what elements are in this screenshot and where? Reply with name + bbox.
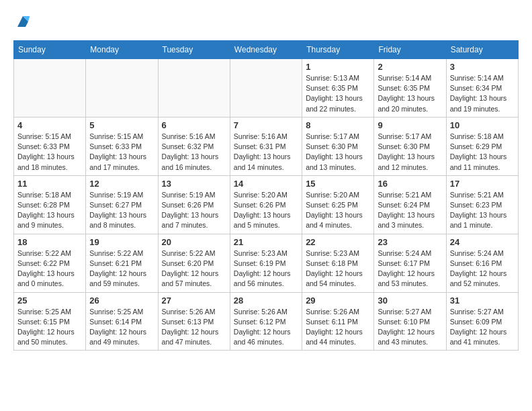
day-info: Sunrise: 5:20 AMSunset: 6:26 PMDaylight:… — [234, 190, 298, 231]
weekday-header-friday: Friday — [374, 41, 446, 59]
weekday-header-sunday: Sunday — [14, 41, 86, 59]
day-info: Sunrise: 5:14 AMSunset: 6:35 PMDaylight:… — [378, 73, 442, 114]
day-number: 18 — [17, 237, 82, 247]
day-info: Sunrise: 5:26 AMSunset: 6:13 PMDaylight:… — [162, 307, 226, 348]
day-cell: 17Sunrise: 5:21 AMSunset: 6:23 PMDayligh… — [446, 175, 518, 234]
day-info: Sunrise: 5:23 AMSunset: 6:19 PMDaylight:… — [234, 248, 298, 289]
day-number: 22 — [306, 237, 370, 247]
weekday-header-tuesday: Tuesday — [158, 41, 230, 59]
day-info: Sunrise: 5:24 AMSunset: 6:16 PMDaylight:… — [450, 248, 515, 289]
week-row-5: 25Sunrise: 5:25 AMSunset: 6:15 PMDayligh… — [14, 292, 519, 351]
day-info: Sunrise: 5:13 AMSunset: 6:35 PMDaylight:… — [306, 73, 370, 114]
day-info: Sunrise: 5:22 AMSunset: 6:22 PMDaylight:… — [17, 248, 82, 289]
day-cell: 4Sunrise: 5:15 AMSunset: 6:33 PMDaylight… — [14, 117, 86, 175]
day-number: 31 — [450, 295, 515, 306]
day-number: 12 — [89, 179, 154, 189]
day-cell: 22Sunrise: 5:23 AMSunset: 6:18 PMDayligh… — [302, 234, 374, 292]
day-cell: 20Sunrise: 5:22 AMSunset: 6:20 PMDayligh… — [158, 234, 230, 292]
day-info: Sunrise: 5:20 AMSunset: 6:25 PMDaylight:… — [306, 190, 370, 231]
weekday-header-thursday: Thursday — [302, 41, 374, 59]
day-number: 26 — [89, 295, 154, 306]
day-number: 21 — [234, 237, 298, 247]
day-number: 10 — [450, 120, 515, 130]
weekday-header-saturday: Saturday — [446, 41, 518, 59]
day-cell: 24Sunrise: 5:24 AMSunset: 6:16 PMDayligh… — [446, 234, 518, 292]
logo-icon — [15, 13, 31, 30]
day-cell: 15Sunrise: 5:20 AMSunset: 6:25 PMDayligh… — [302, 175, 374, 234]
day-number: 17 — [450, 179, 515, 189]
day-cell: 6Sunrise: 5:16 AMSunset: 6:32 PMDaylight… — [158, 117, 230, 175]
day-number: 29 — [306, 295, 370, 306]
day-number: 15 — [306, 179, 370, 189]
day-cell: 14Sunrise: 5:20 AMSunset: 6:26 PMDayligh… — [230, 175, 302, 234]
day-number: 20 — [162, 237, 226, 247]
day-cell: 30Sunrise: 5:27 AMSunset: 6:10 PMDayligh… — [374, 292, 446, 351]
day-cell: 27Sunrise: 5:26 AMSunset: 6:13 PMDayligh… — [158, 292, 230, 351]
day-number: 1 — [306, 62, 370, 72]
day-cell — [86, 59, 158, 118]
day-number: 28 — [234, 295, 298, 306]
day-number: 4 — [17, 120, 82, 130]
day-info: Sunrise: 5:19 AMSunset: 6:27 PMDaylight:… — [89, 190, 154, 231]
day-number: 24 — [450, 237, 515, 247]
day-number: 7 — [234, 120, 298, 130]
day-cell — [14, 59, 86, 118]
day-info: Sunrise: 5:17 AMSunset: 6:30 PMDaylight:… — [378, 132, 442, 173]
day-cell: 3Sunrise: 5:14 AMSunset: 6:34 PMDaylight… — [446, 59, 518, 118]
weekday-header-monday: Monday — [86, 41, 158, 59]
day-info: Sunrise: 5:19 AMSunset: 6:26 PMDaylight:… — [162, 190, 226, 231]
day-info: Sunrise: 5:17 AMSunset: 6:30 PMDaylight:… — [306, 132, 370, 173]
day-info: Sunrise: 5:21 AMSunset: 6:23 PMDaylight:… — [450, 190, 515, 231]
day-cell: 1Sunrise: 5:13 AMSunset: 6:35 PMDaylight… — [302, 59, 374, 118]
day-cell: 11Sunrise: 5:18 AMSunset: 6:28 PMDayligh… — [14, 175, 86, 234]
day-number: 11 — [17, 179, 82, 189]
day-number: 14 — [234, 179, 298, 189]
day-info: Sunrise: 5:18 AMSunset: 6:28 PMDaylight:… — [17, 190, 82, 231]
day-cell: 18Sunrise: 5:22 AMSunset: 6:22 PMDayligh… — [14, 234, 86, 292]
day-cell: 2Sunrise: 5:14 AMSunset: 6:35 PMDaylight… — [374, 59, 446, 118]
day-number: 19 — [89, 237, 154, 247]
day-number: 16 — [378, 179, 442, 189]
day-info: Sunrise: 5:22 AMSunset: 6:21 PMDaylight:… — [89, 248, 154, 289]
day-cell — [230, 59, 302, 118]
day-number: 3 — [450, 62, 515, 72]
day-cell: 31Sunrise: 5:27 AMSunset: 6:09 PMDayligh… — [446, 292, 518, 351]
day-cell: 25Sunrise: 5:25 AMSunset: 6:15 PMDayligh… — [14, 292, 86, 351]
day-cell: 23Sunrise: 5:24 AMSunset: 6:17 PMDayligh… — [374, 234, 446, 292]
day-info: Sunrise: 5:22 AMSunset: 6:20 PMDaylight:… — [162, 248, 226, 289]
day-number: 23 — [378, 237, 442, 247]
day-info: Sunrise: 5:23 AMSunset: 6:18 PMDaylight:… — [306, 248, 370, 289]
day-number: 8 — [306, 120, 370, 130]
day-number: 2 — [378, 62, 442, 72]
day-cell: 13Sunrise: 5:19 AMSunset: 6:26 PMDayligh… — [158, 175, 230, 234]
day-cell: 8Sunrise: 5:17 AMSunset: 6:30 PMDaylight… — [302, 117, 374, 175]
day-info: Sunrise: 5:26 AMSunset: 6:11 PMDaylight:… — [306, 307, 370, 348]
day-info: Sunrise: 5:25 AMSunset: 6:14 PMDaylight:… — [89, 307, 154, 348]
day-cell — [158, 59, 230, 118]
day-number: 27 — [162, 295, 226, 306]
day-number: 25 — [17, 295, 82, 306]
logo — [13, 13, 31, 30]
day-number: 6 — [162, 120, 226, 130]
day-cell: 5Sunrise: 5:15 AMSunset: 6:33 PMDaylight… — [86, 117, 158, 175]
day-info: Sunrise: 5:21 AMSunset: 6:24 PMDaylight:… — [378, 190, 442, 231]
weekday-header-wednesday: Wednesday — [230, 41, 302, 59]
day-info: Sunrise: 5:24 AMSunset: 6:17 PMDaylight:… — [378, 248, 442, 289]
day-info: Sunrise: 5:25 AMSunset: 6:15 PMDaylight:… — [17, 307, 82, 348]
page-header — [13, 13, 519, 30]
week-row-3: 11Sunrise: 5:18 AMSunset: 6:28 PMDayligh… — [14, 175, 519, 234]
day-info: Sunrise: 5:27 AMSunset: 6:09 PMDaylight:… — [450, 307, 515, 348]
calendar-table: SundayMondayTuesdayWednesdayThursdayFrid… — [13, 40, 519, 351]
day-info: Sunrise: 5:16 AMSunset: 6:31 PMDaylight:… — [234, 132, 298, 173]
weekday-header-row: SundayMondayTuesdayWednesdayThursdayFrid… — [14, 41, 519, 59]
week-row-1: 1Sunrise: 5:13 AMSunset: 6:35 PMDaylight… — [14, 59, 519, 118]
day-number: 9 — [378, 120, 442, 130]
day-number: 30 — [378, 295, 442, 306]
day-info: Sunrise: 5:27 AMSunset: 6:10 PMDaylight:… — [378, 307, 442, 348]
day-cell: 29Sunrise: 5:26 AMSunset: 6:11 PMDayligh… — [302, 292, 374, 351]
day-cell: 9Sunrise: 5:17 AMSunset: 6:30 PMDaylight… — [374, 117, 446, 175]
day-info: Sunrise: 5:26 AMSunset: 6:12 PMDaylight:… — [234, 307, 298, 348]
day-cell: 28Sunrise: 5:26 AMSunset: 6:12 PMDayligh… — [230, 292, 302, 351]
week-row-4: 18Sunrise: 5:22 AMSunset: 6:22 PMDayligh… — [14, 234, 519, 292]
day-cell: 26Sunrise: 5:25 AMSunset: 6:14 PMDayligh… — [86, 292, 158, 351]
